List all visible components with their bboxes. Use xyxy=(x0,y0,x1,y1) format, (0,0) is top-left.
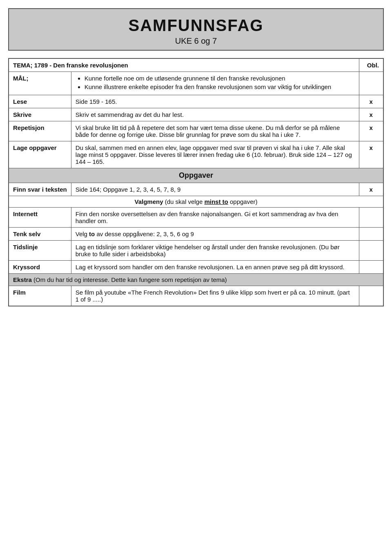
list-item: Kunne fortelle noe om de utløsende grunn… xyxy=(85,75,355,82)
repetisjon-obl: x xyxy=(359,121,383,141)
skrive-label: Skrive xyxy=(9,108,71,121)
valgmeny-text-end: oppgaver) xyxy=(228,198,258,205)
tenk-selv-obl xyxy=(359,228,383,241)
ekstra-heading-row: Ekstra (Om du har tid og interesse. Dett… xyxy=(9,274,383,286)
page-subtitle: UKE 6 og 7 xyxy=(13,36,379,46)
lage-oppgaver-label: Lage oppgaver xyxy=(9,141,71,168)
obl-header: Obl. xyxy=(359,58,383,72)
valgmeny-heading-row: Valgmeny (du skal velge minst to oppgave… xyxy=(9,196,383,208)
finn-svar-content: Side 164; Oppgave 1, 2, 3, 4, 5, 7, 8, 9 xyxy=(71,183,359,196)
list-item: Kunne illustrere enkelte episoder fra de… xyxy=(85,83,355,90)
lage-oppgaver-row: Lage oppgaver Du skal, sammen med en ann… xyxy=(9,141,383,168)
finn-svar-obl: x xyxy=(359,183,383,196)
maal-label: MÅL; xyxy=(9,72,71,95)
kryssord-label: Kryssord xyxy=(9,261,71,274)
maal-content: Kunne fortelle noe om de utløsende grunn… xyxy=(71,72,359,95)
valgmeny-minst-to: minst to xyxy=(204,198,228,205)
tenk-selv-content: Velg to av desse oppgåvene: 2, 3, 5, 6 o… xyxy=(71,228,359,241)
lese-content: Side 159 - 165. xyxy=(71,95,359,108)
tenk-selv-label: Tenk selv xyxy=(9,228,71,241)
lage-oppgaver-obl: x xyxy=(359,141,383,168)
internett-label: Internett xyxy=(9,208,71,228)
oppgaver-heading: Oppgaver xyxy=(9,168,383,183)
main-table: TEMA; 1789 - Den franske revolusjonen Ob… xyxy=(8,58,384,306)
finn-svar-row: Finn svar i teksten Side 164; Oppgave 1,… xyxy=(9,183,383,196)
valgmeny-label: Valgmeny xyxy=(135,198,163,205)
tidslinje-label: Tidslinje xyxy=(9,241,71,261)
ekstra-bold: Ekstra xyxy=(13,276,32,283)
skrive-obl: x xyxy=(359,108,383,121)
kryssord-content: Lag et kryssord som handler om den frans… xyxy=(71,261,359,274)
lese-obl: x xyxy=(359,95,383,108)
valgmeny-heading: Valgmeny (du skal velge minst to oppgave… xyxy=(9,196,383,208)
film-obl xyxy=(359,286,383,306)
page-title: SAMFUNNSFAG xyxy=(13,16,379,35)
ekstra-heading: Ekstra (Om du har tid og interesse. Dett… xyxy=(9,274,383,286)
kryssord-obl xyxy=(359,261,383,274)
skrive-content: Skriv et sammendrag av det du har lest. xyxy=(71,108,359,121)
header-box: SAMFUNNSFAG UKE 6 og 7 xyxy=(8,8,384,51)
lage-oppgaver-content: Du skal, sammen med en annen elev, lage … xyxy=(71,141,359,168)
internett-content: Finn den norske oversettelsen av den fra… xyxy=(71,208,359,228)
film-row: Film Se film på youtube «The French Revo… xyxy=(9,286,383,306)
lese-label: Lese xyxy=(9,95,71,108)
film-content: Se film på youtube «The French Revolutio… xyxy=(71,286,359,306)
tidslinje-obl xyxy=(359,241,383,261)
repetisjon-row: Repetisjon Vi skal bruke litt tid på å r… xyxy=(9,121,383,141)
finn-svar-label: Finn svar i teksten xyxy=(9,183,71,196)
maal-row: MÅL; Kunne fortelle noe om de utløsende … xyxy=(9,72,383,95)
kryssord-row: Kryssord Lag et kryssord som handler om … xyxy=(9,261,383,274)
maal-obl xyxy=(359,72,383,95)
tidslinje-row: Tidslinje Lag en tidslinje som forklarer… xyxy=(9,241,383,261)
lese-row: Lese Side 159 - 165. x xyxy=(9,95,383,108)
film-label: Film xyxy=(9,286,71,306)
tema-row: TEMA; 1789 - Den franske revolusjonen Ob… xyxy=(9,58,383,72)
tenk-selv-bold-to: to xyxy=(89,230,95,237)
oppgaver-heading-row: Oppgaver xyxy=(9,168,383,183)
internett-row: Internett Finn den norske oversettelsen … xyxy=(9,208,383,228)
skrive-row: Skrive Skriv et sammendrag av det du har… xyxy=(9,108,383,121)
tenk-selv-row: Tenk selv Velg to av desse oppgåvene: 2,… xyxy=(9,228,383,241)
repetisjon-content: Vi skal bruke litt tid på å repetere det… xyxy=(71,121,359,141)
internett-obl xyxy=(359,208,383,228)
ekstra-text: (Om du har tid og interesse. Dette kan f… xyxy=(32,276,227,283)
tidslinje-content: Lag en tidslinje som forklarer viktige h… xyxy=(71,241,359,261)
valgmeny-text-suffix: (du skal velge xyxy=(163,198,205,205)
repetisjon-label: Repetisjon xyxy=(9,121,71,141)
tema-label: TEMA; 1789 - Den franske revolusjonen xyxy=(9,58,359,72)
